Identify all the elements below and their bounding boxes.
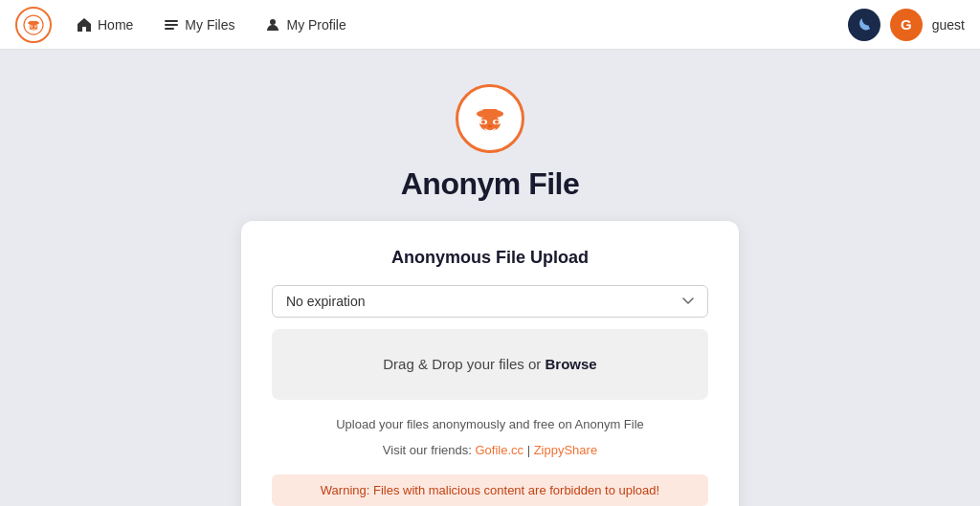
gofile-link[interactable]: Gofile.cc bbox=[475, 443, 523, 457]
dark-mode-button[interactable] bbox=[848, 9, 880, 41]
moon-icon bbox=[856, 16, 873, 33]
files-icon bbox=[164, 17, 179, 33]
svg-rect-8 bbox=[165, 20, 178, 22]
warning-box: Warning: Files with malicious content ar… bbox=[272, 474, 708, 506]
nav-my-profile-label: My Profile bbox=[286, 17, 345, 33]
site-logo[interactable] bbox=[15, 7, 52, 43]
svg-point-18 bbox=[495, 121, 499, 124]
user-name[interactable]: guest bbox=[932, 17, 965, 33]
brand-title: Anonym File bbox=[401, 166, 580, 202]
zippyshare-link[interactable]: ZippyShare bbox=[534, 443, 597, 457]
home-icon bbox=[77, 17, 92, 33]
nav-my-files[interactable]: My Files bbox=[150, 11, 248, 38]
main-content: Anonym File Anonymous File Upload No exp… bbox=[0, 50, 980, 506]
svg-point-6 bbox=[31, 25, 33, 27]
brand-icon bbox=[456, 84, 524, 153]
nav-my-files-label: My Files bbox=[185, 17, 234, 33]
upload-info-line1: Upload your files anonymously and free o… bbox=[336, 415, 644, 435]
svg-rect-2 bbox=[30, 21, 37, 23]
svg-rect-13 bbox=[482, 109, 498, 114]
drop-zone[interactable]: Drag & Drop your files or Browse bbox=[272, 329, 708, 400]
brand-logo-svg bbox=[469, 98, 511, 140]
svg-rect-10 bbox=[165, 28, 174, 30]
svg-point-7 bbox=[35, 25, 37, 27]
svg-point-19 bbox=[488, 125, 492, 127]
upload-card-title: Anonymous File Upload bbox=[391, 248, 589, 268]
profile-icon bbox=[265, 17, 280, 33]
svg-rect-9 bbox=[165, 24, 178, 26]
nav-home-label: Home bbox=[98, 17, 133, 33]
browse-label: Browse bbox=[546, 356, 597, 372]
svg-point-11 bbox=[270, 19, 276, 25]
navbar-right: G guest bbox=[848, 9, 965, 41]
navbar: Home My Files My Profile G guest bbox=[0, 0, 980, 50]
separator: | bbox=[523, 443, 534, 457]
upload-card: Anonymous File Upload No expiration 1 ho… bbox=[241, 221, 739, 506]
nav-my-profile[interactable]: My Profile bbox=[252, 11, 359, 38]
drop-zone-text: Drag & Drop your files or Browse bbox=[383, 356, 596, 372]
expiration-select[interactable]: No expiration 1 hour 1 day 1 week 1 mont… bbox=[272, 285, 708, 318]
user-avatar[interactable]: G bbox=[890, 9, 923, 41]
upload-info-line2: Visit our friends: Gofile.cc | ZippyShar… bbox=[383, 441, 597, 461]
nav-home[interactable]: Home bbox=[63, 11, 146, 38]
svg-point-16 bbox=[481, 121, 485, 124]
